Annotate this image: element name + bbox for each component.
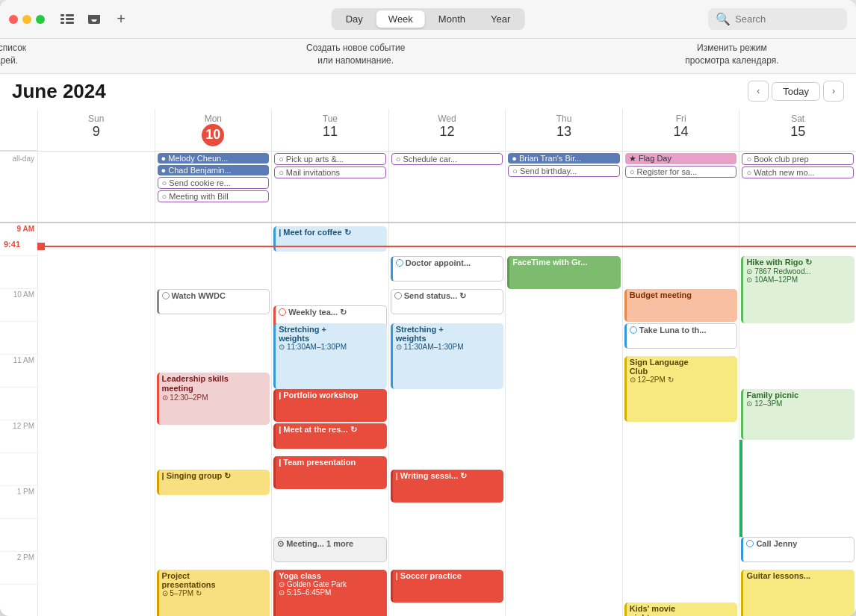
list-item[interactable]: ○ Send cookie re... xyxy=(158,177,270,189)
list-item[interactable]: Stretching +weights ⊙ 11:30AM–1:30PM xyxy=(391,323,504,389)
list-item[interactable]: Hike with Rigo ↻ ⊙ 7867 Redwood... ⊙ 10A… xyxy=(741,256,855,323)
list-item[interactable]: Yoga class ⊙ Golden Gate Park ⊙ 5:15–6:4… xyxy=(273,570,387,616)
list-item[interactable]: Leadership skillsmeeting ⊙ 12:30–2PM xyxy=(157,373,270,425)
day-header-fri: Fri 14 xyxy=(622,109,739,151)
allday-tue: ○ Pick up arts &... ○ Mail invitations xyxy=(271,152,388,222)
list-item[interactable]: | Meet for coffee ↻ xyxy=(273,226,387,252)
list-item[interactable]: Guitar lessons... xyxy=(741,570,855,616)
day-header-mon: Mon 10 xyxy=(155,109,272,151)
list-item[interactable]: Doctor appoint... xyxy=(391,256,504,281)
search-input[interactable] xyxy=(735,13,840,25)
day-headers: Sun 9 Mon 10 Tue 11 Wed 12 Thu 13 Fri 14 xyxy=(0,109,856,152)
list-item[interactable]: Stretching +weights ⊙ 11:30AM–1:30PM xyxy=(273,323,387,389)
add-event-button[interactable]: + xyxy=(111,9,131,30)
list-item[interactable]: Take Luna to th... xyxy=(624,323,738,349)
list-item[interactable]: ● Melody Cheun... xyxy=(158,153,270,164)
list-item[interactable]: ○ Meeting with Bill xyxy=(158,190,270,202)
list-item[interactable]: ○ Send birthday... xyxy=(508,165,620,177)
list-item[interactable]: ○ Book club prep xyxy=(742,153,854,165)
svg-rect-2 xyxy=(61,22,64,24)
list-item[interactable]: | Writing sessi... ↻ xyxy=(391,470,504,503)
list-item[interactable]: ○ Watch new mo... xyxy=(742,167,854,178)
tab-week[interactable]: Week xyxy=(376,10,425,28)
traffic-lights xyxy=(9,15,45,24)
allday-wed: ○ Schedule car... xyxy=(388,152,506,222)
tab-year[interactable]: Year xyxy=(479,10,522,28)
list-item[interactable]: ○ Mail invitations xyxy=(274,167,386,178)
titlebar: + Day Week Month Year 🔍 xyxy=(0,0,856,39)
allday-label: all-day xyxy=(0,152,37,222)
month-title: June 2024 xyxy=(12,80,106,103)
day-header-sat: Sat 15 xyxy=(739,109,856,151)
calendar-list-button[interactable] xyxy=(57,9,78,30)
calendar: Sun 9 Mon 10 Tue 11 Wed 12 Thu 13 Fri 14 xyxy=(0,109,856,616)
svg-rect-3 xyxy=(66,14,74,16)
list-item[interactable]: ★ Flag Day xyxy=(625,153,737,164)
allday-sat: ○ Book club prep ○ Watch new mo... xyxy=(739,152,856,222)
minimize-button[interactable] xyxy=(22,15,31,24)
day-column-tue: | Meet for coffee ↻ Weekly tea... ↻ Stre… xyxy=(271,223,388,616)
list-item[interactable]: | Portfolio workshop xyxy=(273,389,387,422)
list-item[interactable]: Projectpresentations ⊙ 5–7PM ↻ xyxy=(157,570,270,616)
day-header-tue: Tue 11 xyxy=(271,109,388,151)
decorative-bar xyxy=(739,440,742,537)
svg-rect-1 xyxy=(61,18,64,20)
tooltip-1: Показать списоккалендарей. xyxy=(0,42,26,67)
time-grid: 9 AM 10 AM 11 AM 12 PM 1 PM 2 PM 3 PM 4 … xyxy=(0,223,856,616)
allday-mon: ● Melody Cheun... ● Chad Benjamin... ○ S… xyxy=(155,152,272,222)
list-item[interactable]: ● Chad Benjamin... xyxy=(158,165,270,175)
tooltip-area: Показать списоккалендарей. Создать новое… xyxy=(0,39,856,74)
tooltip-2: Создать новое событиеили напоминание. xyxy=(306,42,405,67)
fullscreen-button[interactable] xyxy=(36,15,45,24)
view-tabs: Day Week Month Year xyxy=(332,8,525,30)
svg-rect-4 xyxy=(66,18,74,20)
list-item[interactable]: FaceTime with Gr... xyxy=(507,256,621,289)
list-item[interactable]: Budget meeting xyxy=(624,289,738,322)
allday-thu: ● Brian Tran's Bir... ○ Send birthday... xyxy=(505,152,622,222)
list-item[interactable]: Send status... ↻ xyxy=(391,289,504,314)
list-item[interactable]: ○ Pick up arts &... xyxy=(274,153,386,165)
list-item[interactable]: Kids' movienight xyxy=(624,603,738,616)
list-item[interactable]: Sign LanguageClub ⊙ 12–2PM ↻ xyxy=(624,356,738,422)
today-button[interactable]: Today xyxy=(772,82,820,101)
svg-rect-0 xyxy=(61,14,64,16)
calendar-window: + Day Week Month Year 🔍 Показать списокк… xyxy=(0,0,856,616)
day-column-wed: Doctor appoint... Send status... ↻ Stret… xyxy=(388,223,506,616)
tab-day[interactable]: Day xyxy=(334,10,375,28)
day-column-mon: Watch WWDC Leadership skillsmeeting ⊙ 12… xyxy=(155,223,272,616)
day-column-fri: Budget meeting Take Luna to th... Sign L… xyxy=(622,223,739,616)
day-header-sun: Sun 9 xyxy=(37,109,155,151)
list-item[interactable]: | Team presentation xyxy=(273,456,387,489)
tooltip-3: Изменить режимпросмотра календаря. xyxy=(685,42,778,67)
next-button[interactable]: › xyxy=(823,81,844,102)
close-button[interactable] xyxy=(9,15,18,24)
days-columns: 9:41 Watch WWDC Leadership xyxy=(37,223,856,616)
day-column-sun xyxy=(37,223,155,616)
month-header: June 2024 ‹ Today › xyxy=(0,74,856,109)
list-item[interactable]: | Soccer practice xyxy=(391,570,504,603)
nav-arrows: ‹ Today › xyxy=(748,81,844,102)
day-column-sat: Hike with Rigo ↻ ⊙ 7867 Redwood... ⊙ 10A… xyxy=(739,223,856,616)
list-item[interactable]: Call Jenny xyxy=(741,537,855,562)
list-item[interactable]: ○ Register for sa... xyxy=(625,166,737,178)
tab-month[interactable]: Month xyxy=(427,10,477,28)
list-item[interactable]: ⊙ Meeting... 1 more xyxy=(273,537,387,562)
day-column-thu: FaceTime with Gr... xyxy=(505,223,622,616)
day-header-thu: Thu 13 xyxy=(505,109,622,151)
search-box[interactable]: 🔍 xyxy=(708,8,847,30)
allday-fri: ★ Flag Day ○ Register for sa... xyxy=(622,152,739,222)
list-item[interactable]: | Singing group ↻ xyxy=(157,470,270,495)
list-item[interactable]: Watch WWDC xyxy=(157,289,270,314)
list-item[interactable]: ○ Schedule car... xyxy=(391,153,503,165)
inbox-button[interactable] xyxy=(84,9,105,30)
day-header-wed: Wed 12 xyxy=(388,109,506,151)
allday-sun xyxy=(37,152,155,222)
list-item[interactable]: ● Brian Tran's Bir... xyxy=(508,153,620,164)
list-item[interactable]: Family picnic ⊙ 12–3PM xyxy=(741,389,855,440)
prev-button[interactable]: ‹ xyxy=(748,81,769,102)
time-labels: 9 AM 10 AM 11 AM 12 PM 1 PM 2 PM 3 PM 4 … xyxy=(0,223,37,616)
list-item[interactable]: | Meet at the res... ↻ xyxy=(273,423,387,449)
svg-rect-5 xyxy=(66,22,74,24)
search-icon: 🔍 xyxy=(716,12,731,26)
